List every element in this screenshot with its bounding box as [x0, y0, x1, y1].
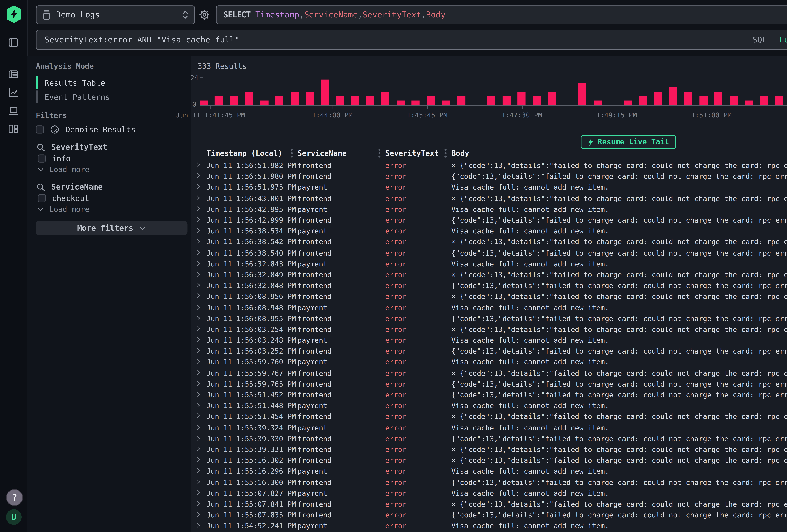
table-row[interactable]: Jun 11 1:55:51.454 PMfrontenderror× {"co… — [191, 411, 787, 422]
histogram-bar[interactable] — [578, 83, 586, 105]
row-expand-icon[interactable] — [191, 445, 207, 453]
checkout-checkbox[interactable] — [38, 194, 46, 202]
query-mode-toggle[interactable]: SQL|Lucene — [753, 35, 787, 45]
row-expand-icon[interactable] — [191, 216, 207, 224]
row-expand-icon[interactable] — [191, 271, 207, 278]
histogram-bar[interactable] — [291, 92, 299, 105]
table-row[interactable]: Jun 11 1:55:59.760 PMpaymenterrorVisa ca… — [191, 356, 787, 367]
table-row[interactable]: Jun 11 1:55:51.452 PMfrontenderror{"code… — [191, 389, 787, 400]
sidebar-item-event-patterns[interactable]: Event Patterns — [36, 90, 184, 103]
histogram-bar[interactable] — [200, 101, 208, 105]
row-expand-icon[interactable] — [191, 511, 207, 519]
column-resize-handle[interactable] — [291, 149, 293, 157]
table-row[interactable]: Jun 11 1:54:52.241 PMpaymenterrorVisa ca… — [191, 520, 787, 531]
histogram-bar[interactable] — [715, 92, 722, 105]
histogram-bar[interactable] — [275, 96, 283, 105]
row-expand-icon[interactable] — [191, 347, 207, 355]
sidebar-item-results-table[interactable]: Results Table — [36, 76, 184, 89]
table-row[interactable]: Jun 11 1:56:42.995 PMpaymenterrorVisa ca… — [191, 204, 787, 214]
histogram-bar[interactable] — [593, 101, 601, 105]
panel-left-icon[interactable] — [8, 37, 19, 48]
select-query-editor[interactable]: SELECT Timestamp, ServiceName, SeverityT… — [216, 5, 787, 24]
dashboard-layout-icon[interactable] — [8, 123, 19, 134]
table-row[interactable]: Jun 11 1:56:03.248 PMpaymenterrorVisa ca… — [191, 335, 787, 345]
histogram-bar[interactable] — [215, 96, 223, 105]
histogram-bar[interactable] — [411, 101, 420, 105]
table-row[interactable]: Jun 11 1:55:16.302 PMfrontenderror× {"co… — [191, 455, 787, 466]
table-row[interactable]: Jun 11 1:55:16.296 PMpaymenterrorVisa ca… — [191, 466, 787, 476]
table-row[interactable]: Jun 11 1:55:51.448 PMpaymenterrorVisa ca… — [191, 400, 787, 411]
table-row[interactable]: Jun 11 1:56:08.955 PMfrontenderror{"code… — [191, 313, 787, 324]
help-button[interactable]: ? — [6, 489, 23, 506]
more-filters-button[interactable]: More filters — [36, 221, 188, 235]
row-expand-icon[interactable] — [191, 172, 207, 180]
histogram-bar[interactable] — [230, 96, 238, 105]
col-body[interactable]: Body — [451, 149, 787, 157]
histogram-bar[interactable] — [351, 96, 359, 105]
histogram-bar[interactable] — [381, 92, 389, 105]
histogram-bar[interactable] — [503, 96, 511, 105]
histogram-bar[interactable] — [442, 101, 450, 105]
row-expand-icon[interactable] — [191, 183, 207, 191]
row-expand-icon[interactable] — [191, 423, 207, 431]
histogram-bar[interactable] — [760, 96, 768, 105]
histogram-bar[interactable] — [654, 92, 662, 105]
row-expand-icon[interactable] — [191, 325, 207, 333]
table-row[interactable]: Jun 11 1:55:39.331 PMfrontenderror× {"co… — [191, 444, 787, 454]
histogram-bar[interactable] — [457, 96, 465, 105]
results-histogram[interactable] — [200, 78, 787, 105]
row-expand-icon[interactable] — [191, 456, 207, 464]
search-query-input[interactable]: SeverityText:error AND "Visa cache full"… — [36, 30, 787, 50]
histogram-bar[interactable] — [684, 92, 692, 105]
metrics-chart-icon[interactable] — [8, 87, 19, 98]
table-row[interactable]: Jun 11 1:56:38.534 PMpaymenterrorVisa ca… — [191, 226, 787, 236]
table-row[interactable]: Jun 11 1:56:03.252 PMfrontenderror{"code… — [191, 345, 787, 356]
table-row[interactable]: Jun 11 1:56:38.542 PMfrontenderror× {"co… — [191, 236, 787, 247]
table-row[interactable]: Jun 11 1:56:51.982 PMfrontenderror× {"co… — [191, 160, 787, 171]
table-row[interactable]: Jun 11 1:55:07.841 PMfrontenderror× {"co… — [191, 498, 787, 509]
filter-group-severitytext[interactable]: SeverityText — [36, 142, 107, 152]
filter-option-checkout[interactable]: checkout — [38, 194, 89, 203]
denoise-checkbox[interactable] — [36, 125, 44, 133]
histogram-bar[interactable] — [639, 96, 647, 105]
histogram-bar[interactable] — [669, 87, 677, 105]
row-expand-icon[interactable] — [191, 358, 207, 366]
filter-option-info[interactable]: info — [38, 154, 71, 163]
table-row[interactable]: Jun 11 1:55:16.300 PMfrontenderror{"code… — [191, 476, 787, 487]
row-expand-icon[interactable] — [191, 227, 207, 235]
row-expand-icon[interactable] — [191, 391, 207, 399]
row-expand-icon[interactable] — [191, 249, 207, 257]
row-expand-icon[interactable] — [191, 412, 207, 420]
table-row[interactable]: Jun 11 1:56:08.956 PMfrontenderror× {"co… — [191, 291, 787, 302]
histogram-bar[interactable] — [624, 101, 632, 105]
histogram-bar[interactable] — [548, 92, 556, 105]
row-expand-icon[interactable] — [191, 205, 207, 213]
load-more-servicename[interactable]: Load more — [37, 205, 89, 214]
histogram-bar[interactable] — [397, 101, 405, 105]
app-logo-icon[interactable] — [7, 5, 21, 23]
table-row[interactable]: Jun 11 1:55:39.324 PMpaymenterrorVisa ca… — [191, 422, 787, 433]
table-row[interactable]: Jun 11 1:56:32.849 PMfrontenderror× {"co… — [191, 269, 787, 280]
mode-lucene[interactable]: Lucene — [780, 35, 787, 45]
row-expand-icon[interactable] — [191, 292, 207, 300]
row-expand-icon[interactable] — [191, 314, 207, 322]
table-row[interactable]: Jun 11 1:55:59.767 PMfrontenderror× {"co… — [191, 367, 787, 378]
col-timestamp[interactable]: Timestamp (Local) — [206, 149, 297, 157]
histogram-bar[interactable] — [487, 96, 495, 105]
histogram-bar[interactable] — [260, 101, 268, 105]
row-expand-icon[interactable] — [191, 194, 207, 202]
laptop-icon[interactable] — [8, 105, 19, 116]
mode-sql[interactable]: SQL — [753, 35, 767, 45]
filter-group-servicename[interactable]: ServiceName — [36, 182, 103, 192]
table-row[interactable]: Jun 11 1:56:08.948 PMpaymenterrorVisa ca… — [191, 302, 787, 313]
histogram-bar[interactable] — [427, 96, 435, 105]
table-row[interactable]: Jun 11 1:55:07.835 PMfrontenderror{"code… — [191, 509, 787, 520]
user-avatar[interactable]: U — [6, 509, 22, 525]
table-row[interactable]: Jun 11 1:56:42.999 PMfrontenderror{"code… — [191, 215, 787, 226]
gear-icon[interactable] — [199, 9, 210, 20]
histogram-bar[interactable] — [699, 96, 707, 105]
table-row[interactable]: Jun 11 1:56:51.980 PMfrontenderror{"code… — [191, 171, 787, 182]
histogram-bar[interactable] — [321, 79, 329, 105]
row-expand-icon[interactable] — [191, 303, 207, 311]
col-servicename[interactable]: ServiceName — [297, 149, 385, 157]
